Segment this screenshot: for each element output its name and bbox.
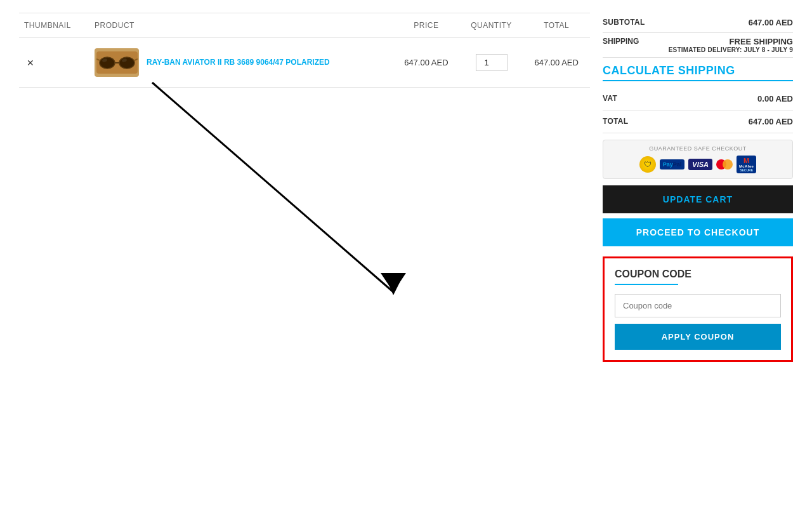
total-header: TOTAL <box>523 13 590 38</box>
free-shipping-text: FREE SHIPPING <box>669 37 793 46</box>
shipping-right: FREE SHIPPING ESTIMATED DELIVERY: JULY 8… <box>669 37 793 53</box>
badge-icons: 🛡 PayPal VISA M McAfee SECURE <box>608 156 787 173</box>
safe-checkout-badge: GUARANTEED SAFE CHECKOUT 🛡 PayPal VISA M… <box>603 140 793 179</box>
svg-point-4 <box>100 57 115 69</box>
vat-label: VAT <box>603 94 617 103</box>
subtotal-label: SUBTOTAL <box>603 18 645 27</box>
vat-value: 0.00 AED <box>757 94 793 103</box>
calc-shipping-underline <box>603 80 793 81</box>
table-row: ✕ <box>19 38 590 88</box>
svg-line-0 <box>152 83 393 292</box>
remove-item-button[interactable]: ✕ <box>24 58 37 68</box>
apply-coupon-button[interactable]: APPLY COUPON <box>615 324 781 350</box>
visa-icon: VISA <box>688 159 712 170</box>
thumbnail-header: THUMBNAIL <box>19 13 89 38</box>
shield-icon: 🛡 <box>639 156 656 173</box>
mcafee-icon: M McAfee SECURE <box>737 156 756 173</box>
update-cart-button[interactable]: UPDATE CART <box>603 185 793 213</box>
product-quantity-cell <box>460 38 523 88</box>
coupon-input[interactable] <box>615 294 781 317</box>
vat-row: VAT 0.00 AED <box>603 88 793 110</box>
coupon-underline <box>615 284 678 285</box>
quantity-input[interactable] <box>476 54 508 71</box>
coupon-title: COUPON CODE <box>615 269 781 280</box>
svg-point-5 <box>119 57 134 69</box>
calculate-shipping-section: CALCULATE SHIPPING <box>603 58 793 81</box>
product-thumbnail <box>95 48 139 77</box>
calculate-shipping-button[interactable]: CALCULATE SHIPPING <box>603 58 735 80</box>
order-summary: SUBTOTAL 647.00 AED SHIPPING FREE SHIPPI… <box>603 13 793 362</box>
mc-circle-right <box>723 159 733 169</box>
total-label: TOTAL <box>603 117 628 126</box>
shipping-block: SHIPPING FREE SHIPPING ESTIMATED DELIVER… <box>603 33 793 58</box>
product-price: 647.00 AED <box>393 38 460 88</box>
mastercard-icon <box>716 159 733 169</box>
badge-title: GUARANTEED SAFE CHECKOUT <box>608 145 787 152</box>
product-total: 647.00 AED <box>523 38 590 88</box>
price-header: PRICE <box>393 13 460 38</box>
shipping-label: SHIPPING <box>603 37 639 46</box>
annotation-arrow <box>146 76 412 317</box>
svg-marker-2 <box>384 273 403 295</box>
proceed-checkout-button[interactable]: PROCEED TO CHECKOUT <box>603 218 793 246</box>
product-name: RAY-BAN AVIATOR II RB 3689 9064/47 POLAR… <box>147 57 330 68</box>
svg-marker-1 <box>381 273 406 292</box>
subtotal-row: SUBTOTAL 647.00 AED <box>603 13 793 33</box>
paypal-icon: PayPal <box>660 159 685 169</box>
coupon-section: COUPON CODE APPLY COUPON <box>603 256 793 362</box>
subtotal-value: 647.00 AED <box>749 18 793 27</box>
cart-table-section: THUMBNAIL PRODUCT PRICE QUANTITY TOTAL ✕ <box>19 13 590 362</box>
product-header: PRODUCT <box>89 13 393 38</box>
cart-table: THUMBNAIL PRODUCT PRICE QUANTITY TOTAL ✕ <box>19 13 590 88</box>
total-value: 647.00 AED <box>749 117 793 126</box>
quantity-header: QUANTITY <box>460 13 523 38</box>
estimated-delivery-text: ESTIMATED DELIVERY: JULY 8 - JULY 9 <box>669 46 793 53</box>
total-row: TOTAL 647.00 AED <box>603 110 793 133</box>
